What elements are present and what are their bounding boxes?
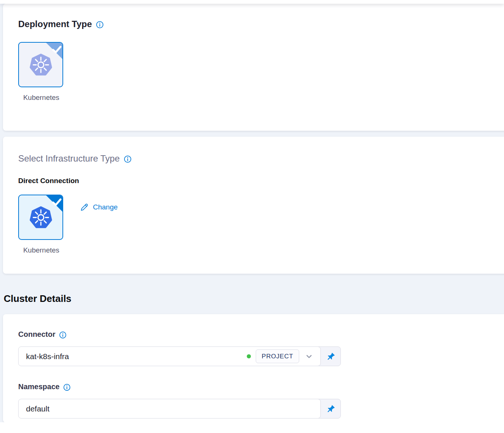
selected-check-corner [46, 42, 63, 59]
pin-icon [326, 404, 336, 414]
deployment-type-title: Deployment Type [18, 19, 92, 30]
infra-tile-label: Kubernetes [18, 246, 64, 254]
info-icon[interactable] [59, 331, 67, 339]
change-link-label: Change [93, 203, 118, 211]
infrastructure-heading: Select Infrastructure Type [18, 153, 504, 164]
previous-section-edge [0, 0, 504, 4]
infrastructure-tile-row: Kubernetes Change [18, 185, 504, 254]
deployment-type-section: Deployment Type [3, 4, 504, 131]
connector-label: Connector [18, 330, 55, 339]
chevron-down-icon[interactable] [304, 351, 314, 361]
info-icon[interactable] [63, 384, 71, 391]
page-content: Deployment Type [0, 4, 504, 423]
connector-label-row: Connector [18, 330, 504, 339]
connector-scope-badge[interactable]: PROJECT [256, 349, 299, 363]
deployment-tile-label: Kubernetes [18, 94, 64, 102]
pin-icon [326, 351, 336, 361]
kubernetes-tile-selected[interactable] [18, 195, 63, 240]
info-icon[interactable] [96, 21, 104, 29]
connector-status-dot [247, 354, 251, 358]
namespace-input[interactable] [18, 399, 321, 419]
connector-input-group: PROJECT [18, 346, 341, 366]
info-icon[interactable] [124, 155, 132, 163]
next-section-edge [0, 422, 504, 433]
kubernetes-tile-selected[interactable] [18, 42, 63, 87]
change-infrastructure-link[interactable]: Change [80, 203, 118, 212]
direct-connection-label: Direct Connection [18, 177, 504, 185]
infra-kubernetes-option: Kubernetes [18, 195, 64, 254]
namespace-label-row: Namespace [18, 382, 504, 391]
namespace-input-wrap [18, 399, 321, 419]
connector-adornments: PROJECT [247, 346, 314, 366]
cluster-details-heading: Cluster Details [4, 293, 504, 305]
cluster-details-section: Connector PROJECT [3, 314, 504, 423]
namespace-input-group [18, 399, 341, 419]
edit-pencil-icon [80, 203, 89, 212]
deployment-kubernetes-option: Kubernetes [18, 42, 64, 102]
namespace-label: Namespace [18, 382, 59, 391]
connector-input-wrap: PROJECT [18, 346, 321, 366]
infrastructure-title: Select Infrastructure Type [18, 153, 120, 164]
infrastructure-section: Select Infrastructure Type Direct Connec… [3, 137, 504, 274]
selected-check-corner [46, 195, 63, 212]
deployment-type-heading: Deployment Type [18, 19, 504, 30]
